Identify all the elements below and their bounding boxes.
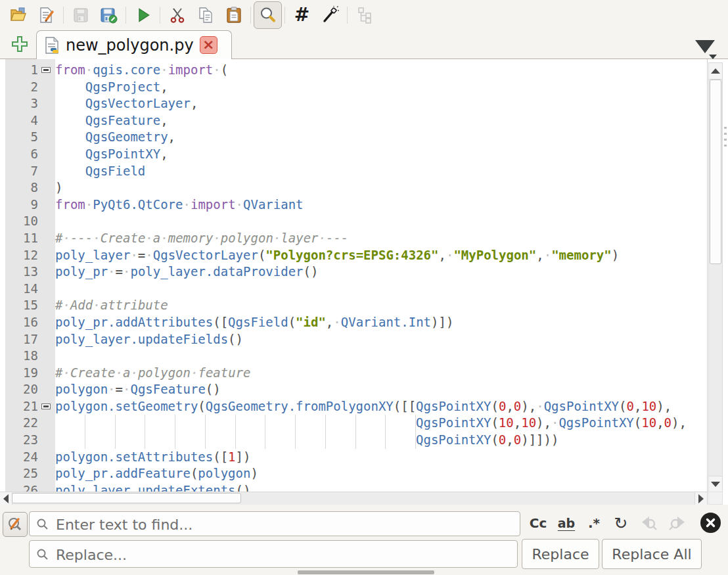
copy-button[interactable] — [191, 1, 219, 29]
replace-input[interactable] — [55, 541, 512, 568]
replace-all-button[interactable]: Replace All — [602, 539, 702, 569]
fold-margin — [38, 482, 55, 492]
code-line[interactable]: 20polygon·=·QgsFeature() — [0, 381, 707, 398]
horizontal-scrollbar-thumb[interactable] — [12, 493, 241, 503]
code-line[interactable]: 19#·Create·a·polygon·feature — [0, 365, 707, 382]
scroll-down-button[interactable] — [709, 476, 722, 492]
code-line[interactable]: 2 QgsProject, — [0, 79, 707, 96]
code-line[interactable]: 11#·---·Create·a·memory·polygon·layer·--… — [0, 230, 707, 247]
scroll-up-button[interactable] — [709, 63, 722, 80]
fold-margin — [38, 281, 55, 298]
code-line[interactable]: 14 — [0, 281, 707, 298]
cut-button[interactable] — [163, 1, 191, 29]
scroll-right-button[interactable] — [694, 492, 707, 505]
tab-new-polygon[interactable]: new_polygon.py × — [36, 30, 232, 59]
code-line[interactable]: 21polygon.setGeometry(QgsGeometry.fromPo… — [0, 398, 707, 415]
find-input-field — [29, 511, 520, 536]
fold-margin — [38, 95, 55, 112]
line-number: 10 — [0, 213, 38, 230]
fold-collapse-icon[interactable] — [41, 403, 51, 409]
close-tab-button[interactable]: × — [200, 36, 217, 54]
fold-margin — [38, 62, 55, 79]
save-icon — [72, 7, 89, 24]
python-file-icon — [45, 37, 60, 54]
find-replace-button[interactable] — [254, 1, 282, 29]
whole-word-button[interactable]: ab — [555, 513, 578, 534]
open-script-button[interactable] — [4, 1, 32, 29]
paste-button[interactable] — [219, 1, 248, 29]
run-script-button[interactable] — [129, 1, 157, 29]
code-line[interactable]: 8) — [0, 179, 707, 196]
code-line[interactable]: 10 — [0, 213, 707, 230]
fold-margin — [38, 331, 55, 348]
code-line[interactable]: 5 QgsGeometry, — [0, 129, 707, 146]
toggle-comment-button[interactable]: # — [288, 1, 316, 29]
vertical-scrollbar[interactable] — [708, 62, 723, 493]
code-line[interactable]: 13poly_pr·=·poly_layer.dataProvider() — [0, 264, 707, 281]
find-replace-toggle-button[interactable] — [3, 512, 28, 537]
code-line[interactable]: 26poly_layer.updateExtents() — [0, 482, 707, 492]
code-line[interactable]: 17poly_layer.updateFields() — [0, 331, 707, 348]
code-line[interactable]: 22QgsPointXY(10,10),·QgsPointXY(10,0), — [0, 415, 707, 432]
fold-margin — [38, 398, 55, 415]
horizontal-scrollbar[interactable] — [0, 492, 707, 505]
new-tab-button[interactable] — [11, 35, 29, 53]
plus-icon — [11, 35, 29, 53]
cut-icon — [169, 7, 186, 24]
dock-resize-handle[interactable] — [298, 570, 434, 574]
object-inspector-icon — [357, 7, 373, 24]
find-input[interactable] — [55, 512, 514, 537]
vertical-scrollbar-thumb[interactable] — [710, 80, 721, 264]
line-number: 3 — [0, 95, 38, 112]
open-in-external-editor-icon — [38, 7, 55, 24]
code-editor[interactable]: 1from·qgis.core·import·(2 QgsProject,3 Q… — [0, 59, 728, 505]
fold-margin — [38, 129, 55, 146]
format-code-icon — [321, 6, 339, 24]
fold-margin — [38, 381, 55, 398]
line-number: 9 — [0, 196, 38, 214]
match-case-button[interactable]: Cc — [527, 513, 549, 534]
code-line[interactable]: 18 — [0, 348, 707, 365]
wrap-around-button[interactable]: ↻ — [610, 513, 631, 534]
code-line[interactable]: 4 QgsFeature, — [0, 112, 707, 129]
code-line[interactable]: 15#·Add·attribute — [0, 297, 707, 314]
arrow-up-icon — [711, 68, 720, 74]
code-line[interactable]: 12poly_layer·=·QgsVectorLayer("Polygon?c… — [0, 247, 707, 264]
line-number: 6 — [0, 146, 38, 163]
fold-margin — [38, 196, 55, 214]
panel-splitter-handle[interactable] — [724, 127, 727, 150]
line-number: 23 — [0, 432, 38, 449]
code-line[interactable]: 3 QgsVectorLayer, — [0, 95, 707, 112]
code-line[interactable]: 9from·PyQt6.QtCore·import·QVariant — [0, 196, 707, 214]
open-in-external-editor-button[interactable] — [32, 1, 60, 29]
line-number: 8 — [0, 179, 38, 196]
code-line[interactable]: 1from·qgis.core·import·( — [0, 62, 707, 79]
close-find-bar-button[interactable] — [700, 513, 721, 533]
replace-button[interactable]: Replace — [522, 539, 599, 569]
code-line[interactable]: 6 QgsPointXY, — [0, 146, 707, 163]
format-code-button[interactable] — [316, 1, 344, 29]
replace-input-field — [29, 540, 518, 568]
line-number: 1 — [0, 62, 38, 79]
fold-margin — [38, 432, 55, 449]
find-replace-bar: Ccab.*↻ Replace Replace All — [0, 505, 728, 575]
scroll-left-button[interactable] — [0, 492, 12, 505]
line-number: 18 — [0, 348, 38, 365]
code-line[interactable]: 7 QgsField — [0, 163, 707, 180]
line-number: 12 — [0, 247, 38, 264]
line-number: 25 — [0, 465, 38, 482]
regex-button[interactable]: .* — [583, 513, 604, 534]
fold-margin — [38, 264, 55, 281]
line-number: 2 — [0, 79, 38, 96]
fold-collapse-icon[interactable] — [41, 67, 51, 73]
toolbar-separator — [125, 7, 126, 24]
code-line[interactable]: 25poly_pr.addFeature(polygon) — [0, 465, 707, 482]
code-line[interactable]: 24polygon.setAttributes([1]) — [0, 449, 707, 466]
line-number: 11 — [0, 230, 38, 247]
tab-title: new_polygon.py — [66, 36, 194, 55]
tab-list-dropdown-button[interactable] — [695, 40, 716, 58]
code-line[interactable]: 23QgsPointXY(0,0)]])) — [0, 432, 707, 449]
fold-margin — [38, 179, 55, 196]
code-line[interactable]: 16poly_pr.addAttributes([QgsField("id",·… — [0, 314, 707, 331]
save-as-button[interactable] — [95, 1, 123, 29]
